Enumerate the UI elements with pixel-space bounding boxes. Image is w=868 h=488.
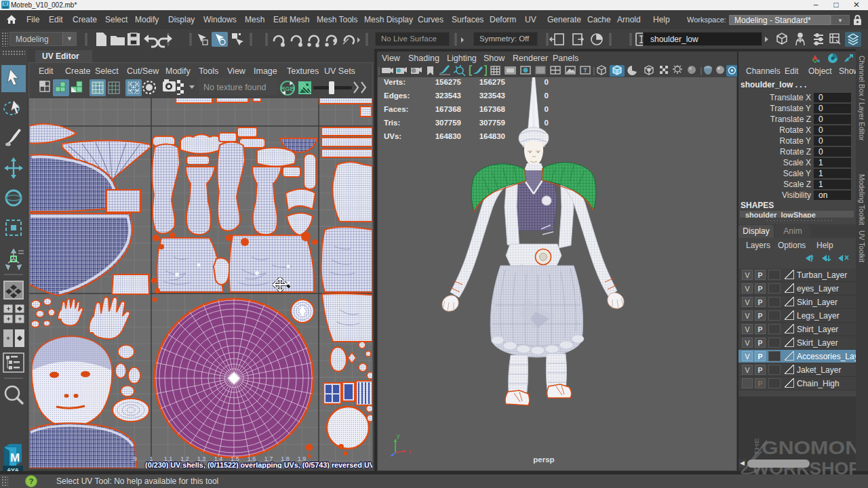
svg-text:?: ? <box>29 477 34 485</box>
svg-text:No texture found: No texture found <box>203 83 266 92</box>
svg-text:0: 0 <box>545 78 549 86</box>
svg-text:0: 0 <box>545 119 549 127</box>
svg-text:RGB: RGB <box>281 85 295 92</box>
svg-text:156275: 156275 <box>479 78 506 86</box>
svg-text:UVs:: UVs: <box>384 132 401 140</box>
svg-text:0: 0 <box>545 92 549 100</box>
svg-text:0: 0 <box>545 132 549 140</box>
svg-text:(0/230) UV shells, (0/11522) o: (0/230) UV shells, (0/11522) overlapping… <box>145 461 372 468</box>
svg-text:Verts:: Verts: <box>384 78 406 86</box>
svg-text:164830: 164830 <box>435 132 461 140</box>
svg-text:164830: 164830 <box>479 132 505 140</box>
svg-text:M: M <box>3 1 7 6</box>
svg-text:GNOMON: GNOMON <box>762 437 861 458</box>
svg-text:x: x <box>408 448 412 455</box>
svg-text:AYA: AYA <box>7 466 19 471</box>
svg-text:156275: 156275 <box>435 78 462 86</box>
svg-text:.9: .9 <box>132 455 137 462</box>
svg-text:persp: persp <box>533 455 554 464</box>
svg-text:T: T <box>583 67 587 74</box>
svg-text:0: 0 <box>545 105 549 113</box>
svg-text:167368: 167368 <box>435 105 462 113</box>
svg-text:307759: 307759 <box>479 119 505 127</box>
svg-text:323543: 323543 <box>479 92 505 100</box>
svg-text:THE: THE <box>753 438 760 455</box>
svg-text:M: M <box>10 451 20 464</box>
svg-text:323543: 323543 <box>435 92 461 100</box>
svg-text:307759: 307759 <box>435 119 461 127</box>
svg-text:Faces:: Faces: <box>384 105 408 113</box>
svg-text:167368: 167368 <box>479 105 506 113</box>
svg-text:Tris:: Tris: <box>384 119 400 127</box>
svg-text:y: y <box>397 432 400 439</box>
svg-text:Edges:: Edges: <box>384 92 410 100</box>
